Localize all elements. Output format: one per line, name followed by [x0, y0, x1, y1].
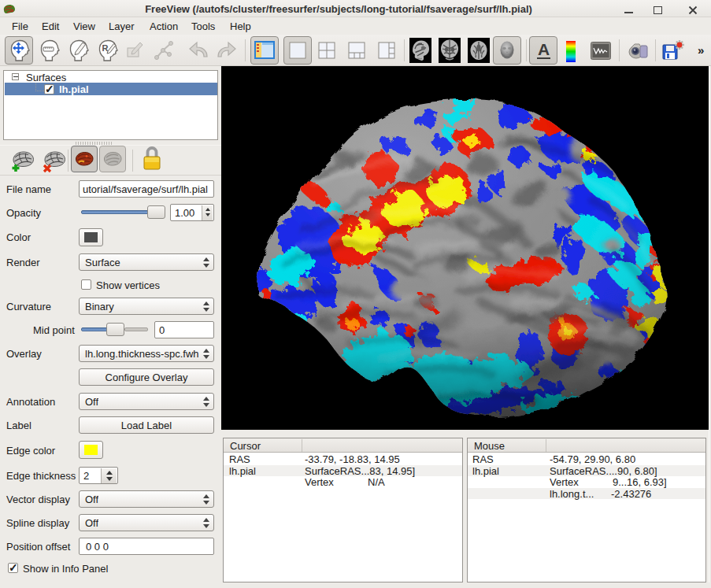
svg-text:R: R — [102, 43, 109, 53]
